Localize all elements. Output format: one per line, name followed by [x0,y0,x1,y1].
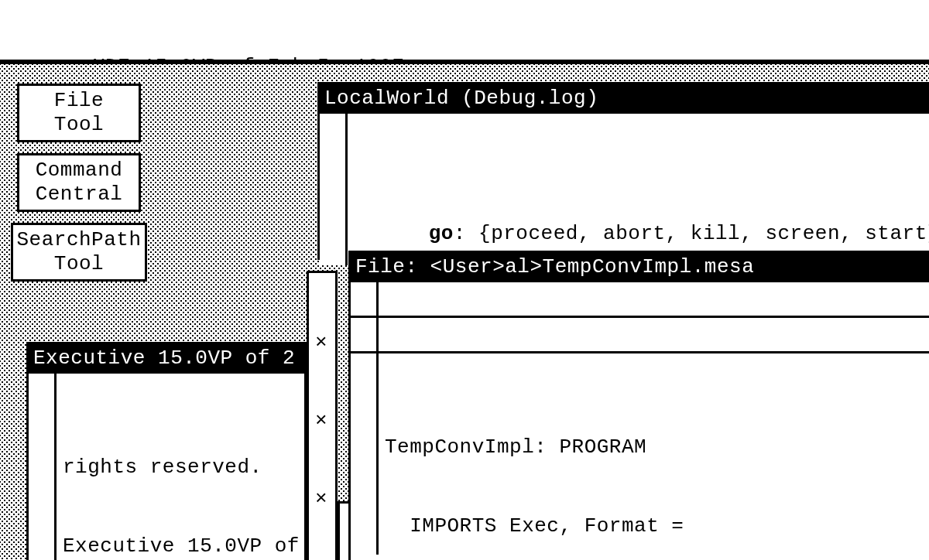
exec-line-2: Executive 15.0VP of [63,534,304,560]
gutter-mark[interactable]: × [315,408,335,435]
exec-line-1: rights reserved. [63,455,304,481]
debug-titlebar[interactable]: LocalWorld (Debug.log) [320,84,929,114]
code-line: TempConvImpl: PROGRAM [385,435,929,461]
debug-scroll-gutter[interactable] [320,114,348,265]
editor-menu-bar[interactable]: Edit Empty Load Nest UnNest Store Positi [351,282,929,318]
file-editor-window[interactable]: File: <User>al>TempConvImpl.mesa Edit Em… [348,251,929,560]
code-line: IMPORTS Exec, Format = [385,514,929,540]
command-central-label-2: Central [19,183,139,207]
editor-source[interactable]: TempConvImpl: PROGRAM IMPORTS Exec, Form… [351,353,929,555]
marker-gutter[interactable]: × × × × × × × [307,271,338,560]
editor-cmd-gutter[interactable] [351,318,379,351]
file-tool-label-2: Tool [19,113,139,137]
searchpath-tool-icon[interactable]: SearchPath Tool [11,223,147,282]
editor-command-bar[interactable]: All! S! RS! ←: TempConvImpl [351,318,929,353]
command-central-label-1: Command [19,159,139,183]
searchpath-label-1: SearchPath [13,228,145,252]
debug-client[interactable]: go: {proceed, abort, kill, screen, start… [320,114,929,265]
gutter-mark[interactable]: × [315,330,335,357]
executive-window[interactable]: Executive 15.0VP of 2 rights reserved. E… [26,342,307,560]
debug-window[interactable]: LocalWorld (Debug.log) go: {proceed, abo… [317,82,929,260]
searchpath-label-2: Tool [13,252,145,276]
command-central-icon[interactable]: Command Central [17,153,141,212]
editor-source-gutter[interactable] [351,353,379,555]
editor-titlebar[interactable]: File: <User>al>TempConvImpl.mesa [351,253,929,282]
file-tool-icon[interactable]: File Tool [17,84,141,142]
go-keyword[interactable]: go [429,222,454,245]
executive-titlebar[interactable]: Executive 15.0VP of 2 [29,344,304,374]
editor-menu-gutter[interactable] [351,282,379,316]
executive-client[interactable]: rights reserved. Executive 15.0VP of >co… [29,374,304,560]
file-tool-label-1: File [19,89,139,113]
status-bar: XDE 15.0VP of Feb 5, 1997 User: {} ! Inv… [0,0,929,62]
gutter-mark[interactable]: × [315,487,335,513]
executive-scroll-gutter[interactable] [29,374,57,560]
